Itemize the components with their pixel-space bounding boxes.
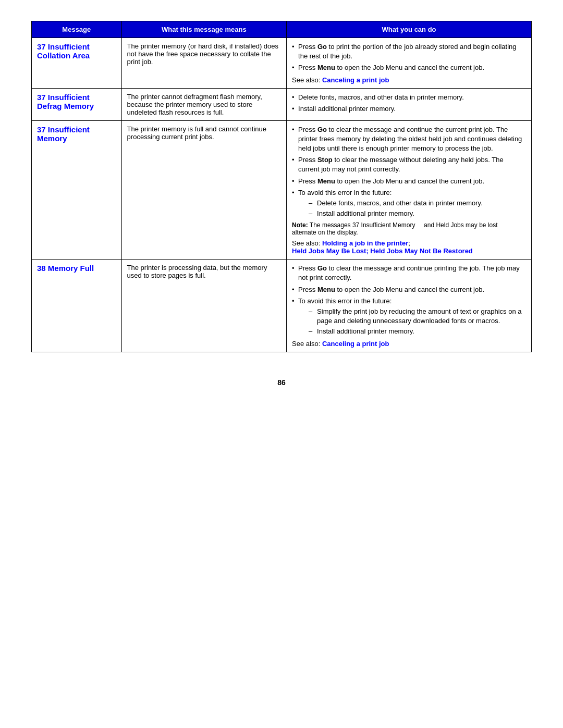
means-text-defrag: The printer cannot defragment flash memo…: [127, 93, 262, 116]
sub-list-memory37: Delete fonts, macros, and other data in …: [298, 199, 526, 218]
list-item: Press Go to print the portion of the job…: [292, 42, 526, 61]
list-item: Install additional printer memory.: [292, 104, 526, 114]
means-cell-defrag: The printer cannot defragment flash memo…: [121, 88, 286, 120]
list-item: Delete fonts, macros, and other data in …: [292, 93, 526, 102]
sub-item: Delete fonts, macros, and other data in …: [309, 199, 526, 208]
header-cando: What you can do: [287, 21, 532, 38]
list-item: Press Menu to open the Job Menu and canc…: [292, 285, 526, 294]
see-also-memory37: See also: Holding a job in the printer; …: [292, 239, 526, 255]
list-item: Press Menu to open the Job Menu and canc…: [292, 63, 526, 72]
table-row: 37 Insufficient Collation Area The print…: [32, 38, 532, 89]
link-canceling-collation[interactable]: Canceling a print job: [322, 76, 389, 84]
message-cell-memory37: 37 Insufficient Memory: [32, 120, 122, 260]
cando-cell-memory38: Press Go to clear the message and contin…: [287, 260, 532, 352]
message-title-collation: 37 Insufficient Collation Area: [37, 42, 90, 60]
message-title-memory38: 38 Memory Full: [37, 264, 94, 273]
cando-cell-defrag: Delete fonts, macros, and other data in …: [287, 88, 532, 120]
sub-item: Install additional printer memory.: [309, 327, 526, 336]
table-row: 37 Insufficient Memory The printer memor…: [32, 120, 532, 260]
main-table: Message What this message means What you…: [31, 21, 532, 352]
list-item: Press Go to clear the message and contin…: [292, 264, 526, 282]
cando-cell-collation: Press Go to print the portion of the job…: [287, 38, 532, 89]
header-means: What this message means: [121, 21, 286, 38]
link-canceling-memory38[interactable]: Canceling a print job: [322, 340, 389, 348]
link-holding-job[interactable]: Holding a job in the printer: [322, 239, 408, 247]
sub-item: Simplify the print job by reducing the a…: [309, 307, 526, 326]
means-cell-collation: The printer memory (or hard disk, if ins…: [121, 38, 286, 89]
cando-list-memory38: Press Go to clear the message and contin…: [292, 264, 526, 336]
list-item: Press Stop to clear the message without …: [292, 155, 526, 174]
message-title-memory37: 37 Insufficient Memory: [37, 125, 90, 143]
means-text-memory37: The printer memory is full and cannot co…: [127, 125, 266, 141]
table-row: 38 Memory Full The printer is processing…: [32, 260, 532, 352]
cando-list-memory37: Press Go to clear the message and contin…: [292, 125, 526, 219]
message-cell-collation: 37 Insufficient Collation Area: [32, 38, 122, 89]
list-item: To avoid this error in the future: Delet…: [292, 188, 526, 219]
see-also-collation: See also: Canceling a print job: [292, 76, 526, 84]
see-also-memory38: See also: Canceling a print job: [292, 340, 526, 348]
cando-list-defrag: Delete fonts, macros, and other data in …: [292, 93, 526, 114]
table-header-row: Message What this message means What you…: [32, 21, 532, 38]
link-held-jobs[interactable]: Held Jobs May Be Lost; Held Jobs May Not…: [292, 247, 473, 255]
means-text-collation: The printer memory (or hard disk, if ins…: [127, 42, 278, 66]
message-cell-defrag: 37 Insufficient Defrag Memory: [32, 88, 122, 120]
list-item: Press Menu to open the Job Menu and canc…: [292, 177, 526, 186]
note-memory37: Note: The messages 37 Insufficient Memor…: [292, 221, 526, 236]
list-item: Press Go to clear the message and contin…: [292, 125, 526, 154]
message-cell-memory38: 38 Memory Full: [32, 260, 122, 352]
means-cell-memory38: The printer is processing data, but the …: [121, 260, 286, 352]
list-item: To avoid this error in the future: Simpl…: [292, 297, 526, 337]
page-number: 86: [277, 378, 286, 387]
sub-list-memory38: Simplify the print job by reducing the a…: [298, 307, 526, 337]
table-row: 37 Insufficient Defrag Memory The printe…: [32, 88, 532, 120]
means-cell-memory37: The printer memory is full and cannot co…: [121, 120, 286, 260]
cando-list-collation: Press Go to print the portion of the job…: [292, 42, 526, 73]
message-title-defrag: 37 Insufficient Defrag Memory: [37, 93, 94, 110]
sub-item: Install additional printer memory.: [309, 209, 526, 218]
header-message: Message: [32, 21, 122, 38]
means-text-memory38: The printer is processing data, but the …: [127, 264, 267, 279]
cando-cell-memory37: Press Go to clear the message and contin…: [287, 120, 532, 260]
